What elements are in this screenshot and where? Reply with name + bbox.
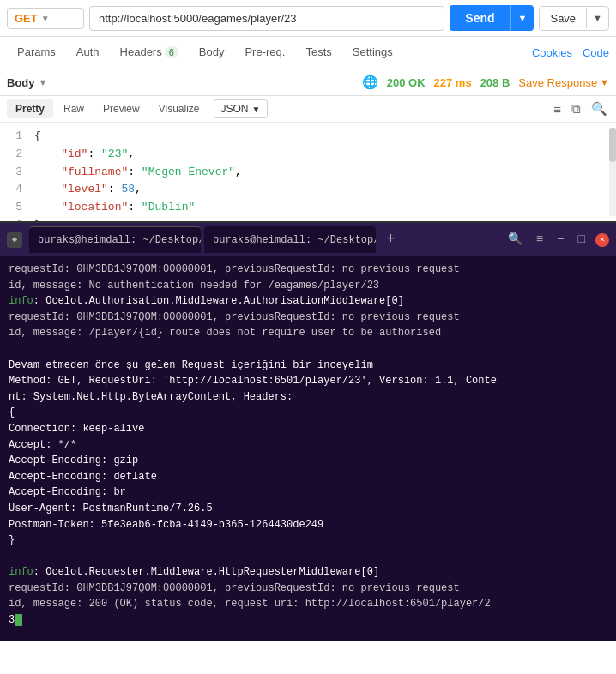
fmt-tab-pretty[interactable]: Pretty (7, 99, 53, 118)
terminal-icon: ◈ (7, 232, 22, 248)
terminal-tab-1[interactable]: buraks@heimdall: ~/Desktop/skynet/... ✕ (29, 226, 201, 253)
send-button[interactable]: Send (450, 5, 510, 31)
globe-icon: 🌐 (362, 75, 378, 90)
search-icon[interactable]: 🔍 (589, 99, 609, 118)
format-chevron-icon: ▼ (252, 105, 261, 114)
terminal-body[interactable]: requestId: 0HM3DB1J97QOM:00000001, previ… (0, 256, 616, 641)
tab-params[interactable]: Params (7, 37, 66, 69)
url-input[interactable] (89, 6, 444, 31)
json-scrollbar-thumb[interactable] (609, 128, 616, 162)
json-line-6: } (34, 217, 606, 221)
terminal-line-18: info: Ocelot.Requester.Middleware.HttpRe… (9, 564, 607, 581)
terminal-cursor (15, 614, 22, 626)
method-chevron-icon: ▼ (41, 14, 50, 23)
status-group: 🌐 200 OK 227 ms 208 B Save Response ▼ (362, 75, 609, 90)
fmt-tab-preview[interactable]: Preview (94, 99, 148, 118)
terminal-line-10: Connection: keep-alive (9, 421, 607, 437)
terminal-line-blank-2 (9, 549, 607, 565)
headers-badge: 6 (165, 46, 178, 58)
json-line-1: { (34, 128, 606, 146)
terminal-line-20: id, message: 200 (OK) status code, reque… (9, 596, 607, 612)
json-content-area: 1 2 3 4 5 6 { "id": "23", "fullname": "M… (0, 123, 616, 221)
wrap-icon[interactable]: ≡ (552, 100, 563, 118)
terminal-line-5: id, message: /player/{id} route does not… (9, 325, 607, 341)
terminal-line-9: { (9, 405, 607, 421)
body-chevron-icon: ▼ (39, 77, 48, 87)
terminal-line-4: requestId: 0HM3DB1J97QOM:00000001, previ… (9, 310, 607, 326)
method-label: GET (15, 12, 38, 25)
format-icons: ≡ ⧉ 🔍 (552, 99, 609, 118)
response-time: 227 ms (434, 76, 472, 89)
format-select[interactable]: JSON ▼ (214, 99, 269, 118)
terminal-line-15: User-Agent: PostmanRuntime/7.26.5 (9, 501, 607, 517)
cookies-link[interactable]: Cookies (532, 46, 572, 59)
terminal: ◈ buraks@heimdall: ~/Desktop/skynet/... … (0, 221, 616, 641)
terminal-line-19: requestId: 0HM3DB1J97QOM:00000001, previ… (9, 581, 607, 597)
top-bar: GET ▼ Send ▼ Save ▼ (0, 0, 616, 37)
json-line-5: "location": "Dublin" (34, 199, 606, 217)
json-line-4: "level": 58, (34, 181, 606, 199)
tab-settings[interactable]: Settings (342, 37, 403, 69)
send-dropdown-button[interactable]: ▼ (510, 5, 534, 31)
nav-right: Cookies Code (532, 46, 609, 59)
format-bar: Pretty Raw Preview Visualize JSON ▼ ≡ ⧉ … (0, 96, 616, 123)
fmt-tab-raw[interactable]: Raw (55, 99, 93, 118)
status-code: 200 OK (387, 76, 426, 89)
code-link[interactable]: Code (583, 46, 609, 59)
terminal-line-12: Accept-Encoding: gzip (9, 453, 607, 469)
body-toolbar: Body ▼ 🌐 200 OK 227 ms 208 B Save Respon… (0, 69, 616, 96)
terminal-minimize-icon[interactable]: − (553, 229, 567, 250)
method-select[interactable]: GET ▼ (7, 8, 84, 29)
terminal-line-6: Devam etmeden önce şu gelen Request içer… (9, 358, 607, 374)
terminal-titlebar: ◈ buraks@heimdall: ~/Desktop/skynet/... … (0, 223, 616, 256)
terminal-line-3: info: Ocelot.Authorisation.Middleware.Au… (9, 293, 607, 310)
terminal-cursor-line: 3 (9, 612, 607, 629)
terminal-line-11: Accept: */* (9, 437, 607, 454)
terminal-controls: 🔍 ≡ − □ ✕ (504, 229, 609, 250)
line-numbers: 1 2 3 4 5 6 (0, 128, 31, 216)
save-dropdown-button[interactable]: ▼ (586, 8, 608, 28)
terminal-line-7: Method: GET, RequestUri: 'http://localho… (9, 373, 607, 389)
send-btn-group: Send ▼ (450, 5, 534, 31)
nav-tabs: Params Auth Headers6 Body Pre-req. Tests… (0, 37, 616, 69)
terminal-line-17: } (9, 533, 607, 549)
fmt-tab-visualize[interactable]: Visualize (150, 99, 208, 118)
terminal-tabs: buraks@heimdall: ~/Desktop/skynet/... ✕ … (29, 226, 498, 253)
json-line-2: "id": "23", (34, 146, 606, 164)
terminal-line-2: id, message: No authentication needed fo… (9, 278, 607, 294)
terminal-line-14: Accept-Encoding: br (9, 484, 607, 501)
terminal-tab-2[interactable]: buraks@heimdall: ~/Desktop/skynet/... ✕ (204, 226, 376, 253)
terminal-line-blank-1 (9, 341, 607, 358)
tab-headers[interactable]: Headers6 (110, 37, 189, 69)
save-response-button[interactable]: Save Response ▼ (518, 76, 609, 89)
save-response-chevron-icon: ▼ (600, 77, 609, 87)
tab-auth[interactable]: Auth (66, 37, 110, 69)
terminal-add-tab[interactable]: + (383, 226, 399, 253)
terminal-line-13: Accept-Encoding: deflate (9, 469, 607, 485)
copy-icon[interactable]: ⧉ (570, 99, 583, 118)
json-line-3: "fullname": "Megen Enever", (34, 164, 606, 182)
terminal-close-icon[interactable]: ✕ (595, 233, 609, 247)
response-size: 208 B (480, 76, 510, 89)
terminal-line-16: Postman-Token: 5fe3eab6-fcba-4149-b365-1… (9, 517, 607, 533)
terminal-line-1: requestId: 0HM3DB1J97QOM:00000001, previ… (9, 262, 607, 278)
terminal-line-8: nt: System.Net.Http.ByteArrayContent, He… (9, 389, 607, 406)
terminal-search-icon[interactable]: 🔍 (504, 229, 526, 250)
save-btn-group: Save ▼ (539, 6, 609, 31)
json-lines: { "id": "23", "fullname": "Megen Enever"… (31, 128, 609, 216)
body-section-label[interactable]: Body ▼ (7, 76, 47, 89)
save-button[interactable]: Save (540, 7, 586, 30)
tab-prereq[interactable]: Pre-req. (234, 37, 295, 69)
json-scrollbar[interactable] (609, 128, 616, 216)
terminal-maximize-icon[interactable]: □ (575, 229, 589, 250)
tab-body[interactable]: Body (189, 37, 235, 69)
tab-tests[interactable]: Tests (295, 37, 341, 69)
terminal-menu-icon[interactable]: ≡ (533, 229, 547, 250)
